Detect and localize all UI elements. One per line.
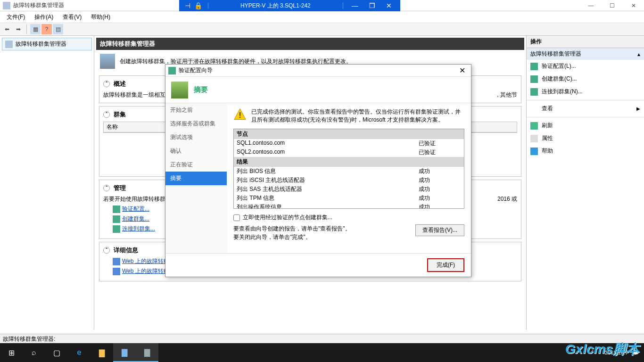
properties-icon bbox=[530, 135, 538, 142]
app-icon bbox=[3, 2, 10, 9]
connect-icon bbox=[113, 225, 120, 233]
taskbar-app-2[interactable]: ▇ bbox=[136, 343, 158, 362]
collapse-icon[interactable]: ▴ bbox=[637, 51, 640, 58]
wizard-icon bbox=[168, 67, 176, 74]
wizard-info: 要查看由向导创建的报告，请单击"查看报告"。 要关闭此向导，请单击"完成"。 bbox=[233, 224, 351, 241]
action-help[interactable]: 帮助 bbox=[527, 145, 644, 157]
table-row: SQL2.contoso.com已验证 bbox=[234, 148, 464, 157]
globe-icon bbox=[113, 258, 120, 265]
table-row: 列出 iSCSI 主机总线适配器成功 bbox=[234, 176, 464, 185]
remote-session-bar: ⊣ 🔒 HYPER-V 上的 3.SQL1-242 — ❐ ✕ bbox=[179, 0, 400, 11]
svg-text:!: ! bbox=[239, 111, 241, 119]
back-button[interactable]: ⬅ bbox=[2, 24, 12, 34]
wizard-step-confirm[interactable]: 确认 bbox=[165, 144, 227, 158]
nodes-header: 节点 bbox=[234, 129, 464, 139]
action-refresh[interactable]: 刷新 bbox=[527, 119, 644, 132]
wizard-step-select[interactable]: 选择服务器或群集 bbox=[165, 117, 227, 131]
chevron-right-icon: ▶ bbox=[636, 106, 640, 111]
validate-icon bbox=[113, 206, 120, 213]
remote-minimize-button[interactable]: — bbox=[352, 2, 358, 9]
table-row: 列出操作系统信息成功 bbox=[234, 203, 464, 209]
connect-icon bbox=[530, 88, 538, 96]
toolbar-button-3[interactable]: ▤ bbox=[53, 24, 63, 34]
watermark: Gxlcms脚本 bbox=[565, 340, 639, 358]
table-row: 列出 BIOS 信息成功 bbox=[234, 167, 464, 176]
actions-header: 操作 bbox=[527, 36, 644, 48]
globe-icon bbox=[113, 268, 120, 275]
forward-button[interactable]: ➡ bbox=[13, 24, 24, 34]
refresh-icon bbox=[530, 122, 538, 130]
taskbar: ⊞ ⌕ ▢ e ▇ ▇ ▇ ˆ ▫ 2018/1/27 💬 bbox=[0, 343, 644, 362]
toolbar-button-2[interactable]: ? bbox=[41, 24, 52, 34]
actions-group: 故障转移群集管理器 ▴ bbox=[527, 48, 644, 60]
wizard-header: 摘要 bbox=[165, 77, 471, 103]
maximize-button[interactable]: ☐ bbox=[602, 0, 623, 11]
toolbar: ⬅ ➡ ▦ ? ▤ bbox=[0, 23, 644, 36]
action-properties[interactable]: 属性 bbox=[527, 132, 644, 145]
help-icon bbox=[530, 148, 538, 155]
actions-panel: 操作 故障转移群集管理器 ▴ 验证配置(L)... 创建群集(C)... 连接到… bbox=[526, 36, 644, 330]
validation-wizard-dialog: 验证配置向导 ✕ 摘要 开始之前 选择服务器或群集 测试选项 确认 正在验证 摘… bbox=[165, 64, 471, 277]
wizard-header-icon bbox=[171, 82, 188, 99]
menu-action[interactable]: 操作(A) bbox=[30, 13, 58, 21]
taskbar-explorer-icon[interactable]: ▇ bbox=[91, 343, 113, 362]
remote-close-button[interactable]: ✕ bbox=[386, 2, 392, 9]
task-view-button[interactable]: ▢ bbox=[45, 343, 68, 362]
wizard-nav: 开始之前 选择服务器或群集 测试选项 确认 正在验证 摘要 bbox=[165, 103, 227, 253]
manage-title: 管理 bbox=[114, 184, 126, 192]
action-view[interactable]: 查看▶ bbox=[527, 102, 644, 115]
lock-icon[interactable]: 🔒 bbox=[194, 2, 202, 9]
collapse-icon[interactable]: ˆ bbox=[103, 185, 110, 191]
manage-suffix: 2016 或 bbox=[497, 195, 517, 203]
start-button[interactable]: ⊞ bbox=[0, 343, 23, 362]
wizard-step-summary[interactable]: 摘要 bbox=[165, 172, 227, 185]
menu-file[interactable]: 文件(F) bbox=[2, 13, 30, 21]
create-icon bbox=[113, 215, 120, 223]
table-row: 列出 SAS 主机总线适配器成功 bbox=[234, 185, 464, 194]
wizard-step-before[interactable]: 开始之前 bbox=[165, 103, 227, 117]
wizard-close-button[interactable]: ✕ bbox=[456, 66, 468, 75]
taskbar-edge-icon[interactable]: e bbox=[68, 343, 91, 362]
wizard-step-options[interactable]: 测试选项 bbox=[165, 131, 227, 144]
menu-help[interactable]: 帮助(H) bbox=[86, 13, 115, 21]
toolbar-separator bbox=[26, 24, 27, 34]
window-controls: — ☐ ✕ bbox=[580, 0, 644, 11]
taskbar-app-1[interactable]: ▇ bbox=[113, 343, 136, 362]
results-box[interactable]: 节点 SQL1.contoso.com已验证 SQL2.contoso.com已… bbox=[233, 129, 464, 209]
wizard-content: ! 已完成你选择的测试。你应当查看报告中的警告。仅当你运行所有群集验证测试，并且… bbox=[227, 103, 471, 253]
remote-restore-button[interactable]: ❐ bbox=[369, 2, 375, 9]
collapse-icon[interactable]: ˆ bbox=[103, 111, 110, 118]
overview-suffix: , 其他节 bbox=[497, 91, 517, 99]
cluster-manager-icon bbox=[5, 41, 13, 48]
collapse-icon[interactable]: ˆ bbox=[103, 247, 110, 254]
table-row: 列出 TPM 信息成功 bbox=[234, 194, 464, 203]
wizard-footer: 完成(F) bbox=[165, 253, 471, 277]
wizard-titlebar: 验证配置向导 ✕ bbox=[165, 65, 471, 77]
tree-panel: 故障转移群集管理器 bbox=[0, 36, 94, 330]
close-button[interactable]: ✕ bbox=[623, 0, 644, 11]
finish-button[interactable]: 完成(F) bbox=[427, 258, 464, 272]
wizard-title: 验证配置向导 bbox=[179, 66, 213, 74]
tree-root[interactable]: 故障转移群集管理器 bbox=[2, 38, 92, 50]
collapse-icon[interactable]: ˆ bbox=[103, 81, 110, 87]
results-header: 结果 bbox=[234, 157, 464, 167]
action-connect[interactable]: 连接到群集(N)... bbox=[527, 85, 644, 98]
minimize-button[interactable]: — bbox=[580, 0, 602, 11]
wizard-warning-text: 已完成你选择的测试。你应当查看报告中的警告。仅当你运行所有群集验证测试，并且所有… bbox=[251, 108, 464, 124]
action-validate[interactable]: 验证配置(L)... bbox=[527, 60, 644, 73]
search-button[interactable]: ⌕ bbox=[23, 343, 45, 362]
table-row: SQL1.contoso.com已验证 bbox=[234, 139, 464, 148]
action-create[interactable]: 创建群集(C)... bbox=[527, 73, 644, 85]
details-title: 详细信息 bbox=[114, 246, 138, 255]
create-icon bbox=[530, 75, 538, 83]
pin-icon[interactable]: ⊣ bbox=[185, 2, 190, 9]
warning-icon: ! bbox=[233, 108, 247, 121]
view-report-button[interactable]: 查看报告(V)... bbox=[415, 224, 464, 236]
remote-title: HYPER-V 上的 3.SQL1-242 bbox=[240, 2, 311, 10]
create-cluster-checkbox-row: 立即使用经过验证的节点创建群集... bbox=[233, 214, 464, 222]
menu-view[interactable]: 查看(V) bbox=[58, 13, 86, 21]
toolbar-button-1[interactable]: ▦ bbox=[30, 24, 41, 34]
create-cluster-checkbox[interactable] bbox=[233, 214, 240, 221]
clusters-title: 群集 bbox=[114, 110, 126, 119]
wizard-step-validating[interactable]: 正在验证 bbox=[165, 158, 227, 172]
